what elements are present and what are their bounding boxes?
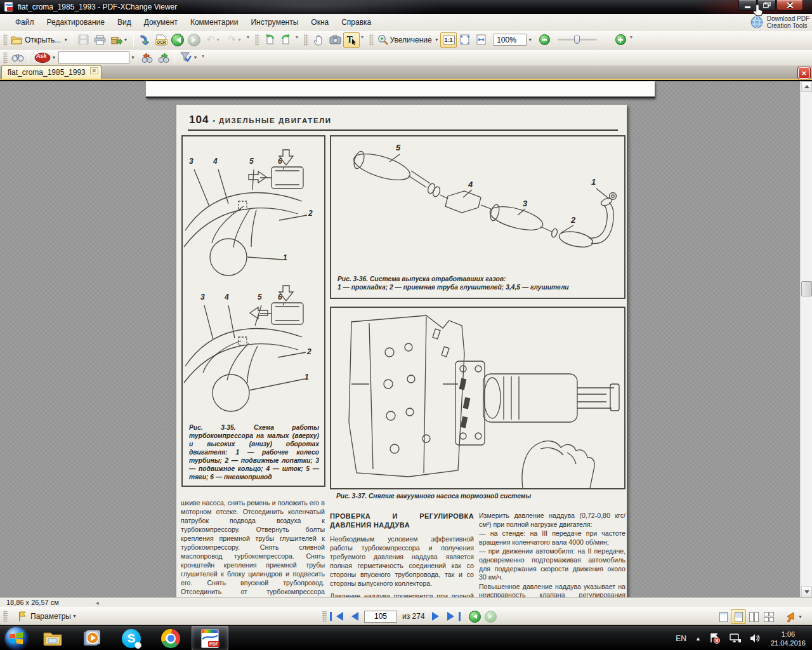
navigation-toolbar: Параметры ▼ из 274 bbox=[0, 607, 812, 625]
toolbar-overflow[interactable]: ▾ bbox=[247, 34, 249, 40]
menu-comments[interactable]: Комментарии bbox=[184, 15, 245, 30]
clock[interactable]: 1:06 21.04.2016 bbox=[771, 630, 806, 647]
export-button[interactable]: ▼ bbox=[108, 32, 131, 48]
toolbar-overflow[interactable]: ▾ bbox=[202, 53, 204, 59]
folder-open-icon bbox=[11, 35, 23, 45]
actual-size-button[interactable]: 1:1 bbox=[440, 32, 457, 48]
close-button[interactable] bbox=[776, 0, 803, 11]
menu-file[interactable]: Файл bbox=[9, 15, 41, 30]
facing-pages-layout-button[interactable] bbox=[746, 609, 761, 624]
network-icon[interactable] bbox=[729, 633, 742, 644]
rotate-left-button[interactable] bbox=[261, 32, 278, 48]
skype-status-dot bbox=[134, 642, 141, 649]
first-page-button[interactable] bbox=[329, 609, 344, 623]
next-page-button[interactable] bbox=[430, 609, 446, 623]
zoom-level-combo[interactable]: 100% bbox=[494, 34, 527, 46]
last-page-button[interactable] bbox=[446, 609, 462, 623]
menu-edit[interactable]: Редактирование bbox=[41, 15, 111, 30]
toolbar-grip[interactable] bbox=[3, 52, 8, 63]
single-page-layout-button[interactable] bbox=[716, 609, 731, 624]
previous-page-button[interactable] bbox=[344, 609, 360, 623]
start-button[interactable] bbox=[5, 627, 27, 649]
toolbar-overflow[interactable]: ▾ bbox=[361, 34, 363, 40]
scroll-down-button[interactable] bbox=[801, 587, 812, 597]
zoom-tool-button[interactable]: Увеличение▼ bbox=[376, 32, 440, 48]
tab-close-icon[interactable]: ✕ bbox=[90, 67, 98, 74]
printer-icon bbox=[94, 35, 106, 45]
page-navigation: из 274 bbox=[319, 609, 499, 623]
comment-filter-button[interactable]: ▼ bbox=[178, 50, 200, 65]
taskbar-pdf-xchange-button[interactable]: PDF bbox=[192, 626, 228, 650]
find-next-button[interactable] bbox=[155, 50, 172, 65]
taskbar-skype-button[interactable]: S bbox=[113, 626, 150, 650]
fit-width-button[interactable] bbox=[473, 32, 490, 48]
send-mail-button[interactable] bbox=[136, 32, 153, 48]
continuous-layout-button[interactable] bbox=[731, 609, 746, 624]
view-forward-button[interactable] bbox=[483, 609, 499, 623]
taskbar-media-player-button[interactable] bbox=[74, 626, 110, 650]
current-page-input[interactable] bbox=[364, 611, 397, 623]
go-back-button[interactable] bbox=[169, 32, 186, 48]
view-back-button[interactable] bbox=[467, 609, 483, 623]
menu-windows[interactable]: Окна bbox=[304, 15, 335, 30]
undo-button[interactable]: ↶▼ bbox=[202, 32, 224, 48]
collapse-arrow-icon[interactable]: ◂ bbox=[96, 599, 99, 606]
print-button[interactable] bbox=[91, 32, 108, 48]
toolbar-overflow[interactable]: ▾ bbox=[630, 34, 632, 40]
menu-help[interactable]: Справка bbox=[335, 15, 377, 30]
menu-view[interactable]: Вид bbox=[111, 15, 138, 30]
find-previous-button[interactable] bbox=[139, 50, 155, 65]
zoom-in-button[interactable] bbox=[612, 32, 629, 48]
options-button[interactable]: Параметры bbox=[30, 612, 71, 621]
toolbar-grip[interactable] bbox=[255, 34, 259, 46]
zoom-slider-thumb[interactable] bbox=[574, 36, 580, 44]
continuous-facing-layout-button[interactable] bbox=[761, 609, 776, 624]
fit-page-button[interactable] bbox=[457, 32, 473, 48]
open-button[interactable]: Открыть...▼ bbox=[10, 32, 69, 48]
search-input[interactable] bbox=[58, 51, 129, 63]
toolbar-overflow[interactable]: ▾ bbox=[296, 34, 298, 40]
select-text-tool-button[interactable]: T bbox=[343, 32, 360, 48]
snapshot-tool-button[interactable] bbox=[327, 32, 343, 48]
ask-search-provider-button[interactable]: Ask ▼ bbox=[32, 50, 58, 65]
pointer-dropdown[interactable]: ▼ bbox=[798, 614, 802, 619]
subsection-heading: ПРОВЕРКА И РЕГУЛИРОВКА ДАВЛЕНИЯ НАДДУВА bbox=[330, 512, 474, 529]
show-hidden-icons-button[interactable]: ▲ bbox=[695, 635, 701, 642]
rotate-right-button[interactable] bbox=[278, 32, 294, 48]
action-center-flag-icon[interactable] bbox=[709, 633, 721, 644]
toolbar-grip[interactable] bbox=[322, 611, 327, 622]
ocr-button[interactable]: OCR bbox=[153, 32, 169, 48]
toolbar-grip[interactable] bbox=[369, 34, 374, 46]
save-button[interactable] bbox=[75, 32, 91, 48]
filter-check-icon bbox=[180, 52, 192, 63]
hand-tool-button[interactable] bbox=[310, 32, 327, 48]
toolbar-grip[interactable] bbox=[3, 611, 8, 622]
options-dropdown[interactable]: ▼ bbox=[72, 614, 77, 618]
taskbar-chrome-button[interactable] bbox=[152, 626, 189, 650]
zoom-slider[interactable] bbox=[558, 39, 597, 41]
document-tab[interactable]: fiat_croma_1985_1993 ✕ bbox=[1, 65, 102, 79]
search-history-dropdown[interactable]: ▼ bbox=[131, 55, 135, 60]
document-viewport[interactable]: 104 • ДИЗЕЛЬНЫЕ ДВИГАТЕЛИ bbox=[0, 81, 812, 597]
menu-tools[interactable]: Инструменты bbox=[244, 15, 304, 30]
status-bar: 18,86 x 26,57 см ◂ bbox=[0, 597, 812, 607]
go-forward-button[interactable] bbox=[186, 32, 202, 48]
close-document-button[interactable]: ✕ bbox=[798, 67, 810, 79]
toolbar-grip[interactable] bbox=[3, 34, 8, 46]
save-icon bbox=[78, 34, 89, 45]
scroll-up-button[interactable] bbox=[801, 81, 812, 92]
zoom-combo-dropdown[interactable]: ▼ bbox=[528, 37, 532, 42]
search-button[interactable] bbox=[10, 50, 26, 65]
volume-icon[interactable] bbox=[750, 633, 761, 643]
taskbar-explorer-button[interactable] bbox=[34, 626, 71, 650]
language-indicator[interactable]: EN bbox=[676, 634, 686, 643]
figure-3-36: 5 4 3 2 1 Рис. 3-36. Система выпуска отр… bbox=[330, 135, 625, 299]
zoom-out-button[interactable] bbox=[536, 32, 553, 48]
pointer-tool-button[interactable] bbox=[782, 609, 797, 624]
menu-document[interactable]: Документ bbox=[138, 15, 184, 30]
scrollbar-thumb[interactable] bbox=[801, 281, 812, 296]
vertical-scrollbar[interactable] bbox=[800, 81, 812, 597]
redo-button[interactable]: ↷▼ bbox=[224, 32, 246, 48]
fit-page-icon bbox=[459, 34, 471, 45]
toolbar-grip[interactable] bbox=[304, 34, 308, 46]
